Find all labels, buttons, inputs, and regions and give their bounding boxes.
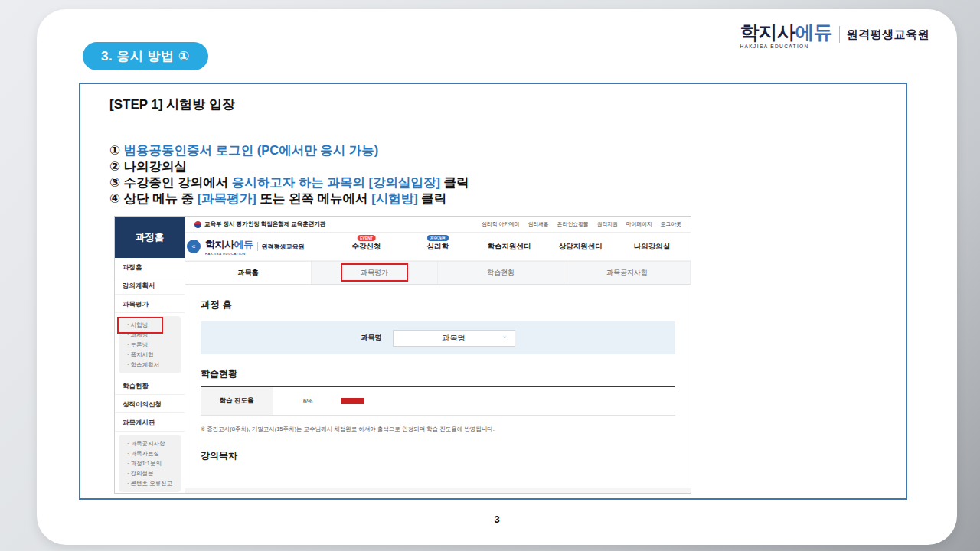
progress-row: 학습 진도율 6% — [201, 387, 675, 416]
link-psych-academy[interactable]: 심리학 아카데미 — [482, 220, 519, 228]
step-2: ② 나의강의실 — [109, 158, 469, 174]
lms-logo-subtitle: HAKJISA EDUCATION — [205, 252, 253, 256]
event-badge: EVENT — [357, 235, 376, 241]
sidebar-item-lecture-survey[interactable]: · 강의설문 — [119, 468, 181, 478]
step-title: [STEP 1] 시험방 입장 — [109, 96, 235, 113]
nav-item-psychology-label: 심리학 — [427, 242, 449, 252]
course-select-label: 과목명 — [361, 333, 382, 343]
slide-section-badge: 3. 응시 방법 ① — [83, 42, 208, 70]
gov-emblem-icon — [194, 221, 201, 228]
lms-nav: EVENT 수강신청 전면개편 심리학 학습지원센터 상담지원센터 — [331, 233, 688, 260]
tab-course-home[interactable]: 과목홈 — [185, 262, 312, 284]
slide-card: 3. 응시 방법 ① 학지사 에듀 HAKJISA EDUCATION 원격평생… — [37, 9, 957, 545]
sidebar-item-course-board[interactable]: 과목게시판 — [115, 413, 185, 432]
step-3-text-a: 수강중인 강의에서 — [124, 175, 232, 189]
nav-item-psychology[interactable]: 전면개편 심리학 — [402, 233, 473, 260]
step-3-text-blue: 응시하고자 하는 과목의 [강의실입장] — [232, 175, 440, 189]
link-remote-support[interactable]: 원격지원 — [597, 220, 618, 228]
course-select-value: 과목명 — [443, 333, 466, 344]
lms-logo-part-edu: 에듀 — [234, 238, 253, 252]
logo-side-text: 원격평생교육원 — [847, 28, 930, 42]
step-list: ① 범용공동인증서 로그인 (PC에서만 응시 가능) ② 나의강의실 ③ 수강… — [109, 142, 469, 207]
instruction-box: [STEP 1] 시험방 입장 ① 범용공동인증서 로그인 (PC에서만 응시 … — [79, 83, 907, 500]
tab-learning-status[interactable]: 학습현황 — [438, 262, 564, 284]
link-logout[interactable]: 로그아웃 — [661, 220, 681, 228]
logo-part-edu: 에듀 — [795, 20, 832, 45]
sidebar-item-error-report[interactable]: · 콘텐츠 오류신고 — [119, 478, 181, 488]
progress-label: 학습 진도율 — [201, 387, 273, 415]
lecture-toc-heading: 강의목차 — [201, 449, 675, 462]
hakjisa-logo: 학지사 에듀 HAKJISA EDUCATION 원격평생교육원 — [740, 20, 930, 49]
link-online-shop[interactable]: 온라인쇼핑몰 — [557, 220, 589, 228]
lms-logo-side-text: 원격평생교육원 — [262, 243, 305, 251]
nav-item-enrollment[interactable]: EVENT 수강신청 — [331, 233, 402, 260]
annotation-red-box-evaluation-tab — [341, 263, 408, 282]
step-2-text: 나의강의실 — [124, 159, 188, 173]
sidebar-item-course-notice[interactable]: · 과목공지사항 — [119, 439, 181, 448]
nav-item-my-classroom[interactable]: 나의강의실 — [616, 233, 688, 260]
sidebar-subgroup-board: · 과목공지사항 · 과목자료실 · 과정1:1문의 · 강의설문 · 콘텐츠 … — [119, 435, 181, 492]
collapse-sidebar-icon[interactable]: « — [187, 240, 201, 253]
lms-logo-part-hakjisa: 학지사 — [205, 238, 234, 252]
sidebar-item-grade-appeal[interactable]: 성적이의신청 — [115, 395, 185, 413]
course-home-heading: 과정 홈 — [201, 298, 675, 311]
step-3-number: ③ — [109, 175, 120, 189]
sidebar-header: 과정홈 — [115, 217, 185, 258]
utility-links: 심리학 아카데미 심리채용 온라인쇼핑몰 원격지원 마이페이지 로그아웃 — [482, 220, 681, 228]
nav-item-enrollment-label: 수강신청 — [352, 242, 381, 252]
course-tabs: 과목홈 과목평가 학습현황 과목공지사항 — [185, 261, 691, 285]
lms-header: « 학지사 에듀 HAKJISA EDUCATION 원격평생교육원 — [185, 233, 691, 261]
sidebar-item-learning-status[interactable]: 학습현황 — [115, 377, 185, 395]
nav-item-learning-support[interactable]: 학습지원센터 — [473, 233, 544, 260]
hakjisa-logo-text: 학지사 에듀 HAKJISA EDUCATION — [740, 20, 832, 49]
sidebar-item-study-plan[interactable]: · 학습계획서 — [119, 360, 181, 370]
nav-item-my-classroom-label: 나의강의실 — [634, 242, 671, 252]
step-1: ① 범용공동인증서 로그인 (PC에서만 응시 가능) — [109, 142, 469, 158]
progress-value: 6% — [303, 397, 312, 405]
step-1-number: ① — [109, 143, 120, 157]
utility-bar: 교육부 정시 평가인정 학점은행제 교육훈련기관 심리학 아카데미 심리채용 온… — [185, 217, 691, 233]
link-my-page[interactable]: 마이페이지 — [626, 220, 652, 228]
psychology-badge: 전면개편 — [427, 235, 449, 241]
lms-sidebar: 과정홈 과정홈 강의계획서 과목평가 · 시험방 · 과제방 · 토론방 · 쪽… — [115, 217, 185, 493]
gov-accreditation-text: 교육부 정시 평가인정 학점은행제 교육훈련기관 — [204, 220, 325, 228]
logo-subtitle: HAKJISA EDUCATION — [740, 44, 809, 49]
tab-course-notice[interactable]: 과목공지사항 — [564, 262, 691, 284]
annotation-red-box-exam-room — [117, 317, 163, 334]
gov-accreditation: 교육부 정시 평가인정 학점은행제 교육훈련기관 — [194, 220, 325, 228]
lms-logo-divider — [257, 242, 258, 251]
chevron-down-icon: ⌄ — [501, 331, 508, 340]
step-4-text-a: 상단 메뉴 중 — [124, 191, 198, 205]
sidebar-item-quiz[interactable]: · 쪽지시험 — [119, 350, 181, 360]
nav-item-counseling-support[interactable]: 상담지원센터 — [545, 233, 616, 260]
sidebar-item-course-materials[interactable]: · 과목자료실 — [119, 448, 181, 458]
sidebar-item-evaluation[interactable]: 과목평가 — [115, 295, 185, 313]
step-4-text-blue1: [과목평가] — [198, 191, 256, 205]
lms-logo[interactable]: 학지사 에듀 HAKJISA EDUCATION 원격평생교육원 — [205, 238, 305, 256]
learning-status-heading: 학습현황 — [201, 367, 675, 380]
page-number: 3 — [37, 514, 957, 525]
step-4-number: ④ — [109, 191, 120, 205]
step-4-text-blue2: [시험방] — [371, 191, 418, 205]
tab-course-evaluation[interactable]: 과목평가 — [312, 262, 438, 284]
sidebar-item-course-qna[interactable]: · 과정1:1문의 — [119, 458, 181, 468]
sidebar-item-discussion-room[interactable]: · 토론방 — [119, 340, 181, 350]
progress-note: ※ 중간고사(8주차), 기말고사(15주차)는 교수님께서 채점완료 하셔야 … — [201, 425, 675, 433]
lms-screenshot: 과정홈 과정홈 강의계획서 과목평가 · 시험방 · 과제방 · 토론방 · 쪽… — [114, 216, 691, 494]
nav-item-learning-support-label: 학습지원센터 — [488, 242, 531, 252]
course-select-dropdown[interactable]: 과목명 ⌄ — [393, 330, 515, 347]
step-3-text-b: 클릭 — [440, 175, 469, 189]
sidebar-item-course-home[interactable]: 과정홈 — [115, 258, 185, 276]
nav-item-counseling-support-label: 상담지원센터 — [559, 242, 603, 252]
lms-main: 교육부 정시 평가인정 학점은행제 교육훈련기관 심리학 아카데미 심리채용 온… — [185, 217, 691, 493]
step-1-text: 범용공동인증서 로그인 (PC에서만 응시 가능) — [124, 143, 379, 157]
step-3: ③ 수강중인 강의에서 응시하고자 하는 과목의 [강의실입장] 클릭 — [109, 174, 469, 191]
step-2-number: ② — [109, 159, 120, 173]
course-select-band: 과목명 과목명 ⌄ — [201, 321, 675, 354]
course-home-content: 과정 홈 과목명 과목명 ⌄ 학습현황 학습 진도율 6% — [185, 298, 691, 462]
screenshot-bottom-strip — [185, 488, 691, 493]
step-4: ④ 상단 메뉴 중 [과목평가] 또는 왼쪽 메뉴에서 [시험방] 클릭 — [109, 191, 469, 207]
sidebar-item-syllabus[interactable]: 강의계획서 — [115, 276, 185, 295]
link-psych-jobs[interactable]: 심리채용 — [528, 220, 549, 228]
logo-divider — [839, 26, 840, 43]
